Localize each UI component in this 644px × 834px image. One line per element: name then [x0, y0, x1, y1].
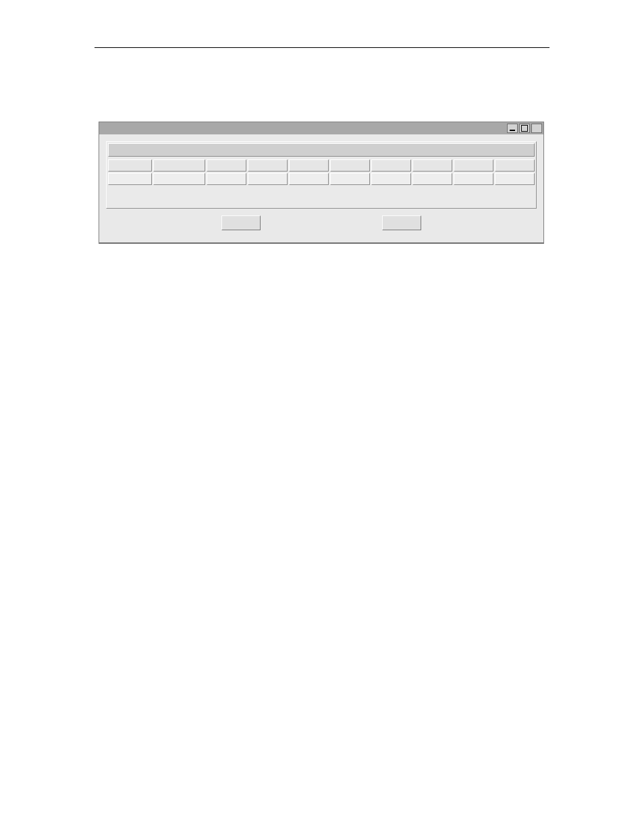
panel-footer [108, 188, 535, 207]
table-cell [207, 173, 246, 185]
maximize-button[interactable] [519, 124, 530, 133]
column-header [248, 159, 288, 172]
column-header [289, 159, 329, 172]
inner-panel [106, 141, 537, 209]
table-column [207, 159, 246, 185]
table-cell [289, 173, 329, 185]
table-cell [371, 173, 411, 185]
titlebar[interactable] [99, 122, 543, 134]
table-column [153, 159, 205, 185]
column-header [153, 159, 205, 172]
table-column [330, 159, 370, 185]
header-rule [95, 47, 549, 48]
close-button[interactable] [531, 124, 542, 133]
data-table [108, 159, 535, 185]
column-header [412, 159, 452, 172]
table-column [289, 159, 329, 185]
table-cell [412, 173, 452, 185]
column-header [371, 159, 411, 172]
table-cell [454, 173, 493, 185]
dialog-window [99, 122, 544, 244]
column-header [330, 159, 370, 172]
table-column [495, 159, 535, 185]
column-header [207, 159, 246, 172]
table-cell [495, 173, 535, 185]
table-cell [330, 173, 370, 185]
panel-header [108, 143, 535, 157]
table-cell [108, 173, 152, 185]
table-column [371, 159, 411, 185]
column-header [108, 159, 152, 172]
column-header [495, 159, 535, 172]
dialog-body [99, 134, 543, 242]
table-column [454, 159, 493, 185]
table-column [248, 159, 288, 185]
minimize-button[interactable] [507, 124, 518, 133]
page [0, 0, 644, 834]
button-row [106, 209, 537, 236]
table-column [412, 159, 452, 185]
dialog-button-left[interactable] [221, 215, 261, 230]
table-column [108, 159, 152, 185]
table-cell [248, 173, 288, 185]
column-header [454, 159, 493, 172]
dialog-button-right[interactable] [382, 215, 421, 230]
table-cell [153, 173, 205, 185]
